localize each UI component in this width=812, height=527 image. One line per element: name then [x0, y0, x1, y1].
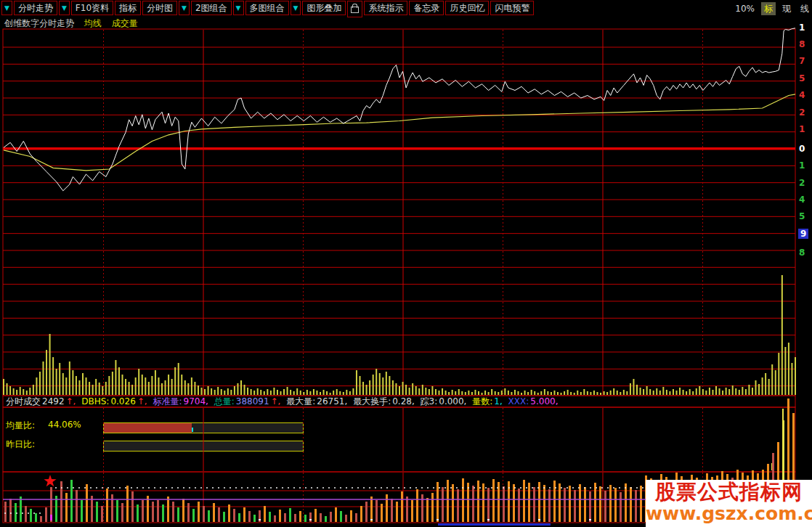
- watermark-url: www.gszx.com.cn: [646, 504, 812, 524]
- watermark-site-name: 股票公式指标网: [646, 480, 812, 504]
- stock-terminal-window: { "menu": { "items": [ {"label":"▼","typ…: [0, 0, 812, 527]
- intraday-chart[interactable]: [0, 0, 812, 527]
- watermark: 股票公式指标网 www.gszx.com.cn: [646, 480, 812, 527]
- star-marker: [44, 475, 56, 486]
